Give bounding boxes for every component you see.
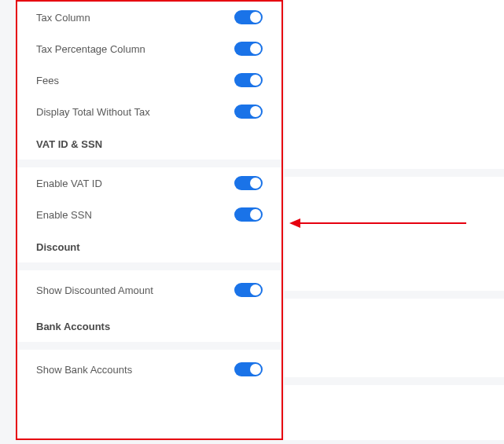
setting-row-display-total-without-tax: Display Total Without Tax	[17, 96, 281, 127]
label-tax-percentage-column: Tax Percentage Column	[36, 43, 145, 55]
setting-row-show-bank-accounts: Show Bank Accounts	[17, 350, 281, 389]
right-background-band	[285, 0, 504, 440]
setting-row-enable-vat-id: Enable VAT ID	[17, 167, 281, 199]
label-enable-ssn: Enable SSN	[36, 209, 92, 221]
label-enable-vat-id: Enable VAT ID	[36, 178, 102, 189]
setting-row-enable-ssn: Enable SSN	[17, 199, 281, 230]
section-header-discount: Discount	[17, 230, 281, 262]
section-break	[17, 160, 281, 167]
section-header-bank-accounts: Bank Accounts	[17, 310, 281, 342]
label-fees: Fees	[36, 75, 59, 86]
section-header-vat-id-ssn: VAT ID & SSN	[17, 127, 281, 160]
toggle-tax-percentage-column[interactable]	[234, 42, 263, 56]
label-tax-column: Tax Column	[36, 12, 90, 24]
label-show-bank-accounts: Show Bank Accounts	[36, 364, 132, 376]
band-gap	[285, 377, 504, 385]
setting-row-tax-percentage-column: Tax Percentage Column	[17, 33, 281, 64]
setting-row-tax-column: Tax Column	[17, 2, 281, 33]
setting-row-fees: Fees	[17, 64, 281, 96]
settings-panel: Tax Column Tax Percentage Column Fees Di…	[16, 0, 283, 440]
toggle-enable-ssn[interactable]	[234, 207, 263, 222]
toggle-show-bank-accounts[interactable]	[234, 362, 263, 376]
band-gap	[285, 169, 504, 177]
toggle-enable-vat-id[interactable]	[234, 176, 263, 190]
toggle-display-total-without-tax[interactable]	[234, 105, 263, 119]
section-break	[17, 342, 281, 350]
toggle-fees[interactable]	[234, 73, 263, 87]
setting-row-show-discounted-amount: Show Discounted Amount	[17, 270, 281, 310]
section-break	[17, 262, 281, 270]
label-display-total-without-tax: Display Total Without Tax	[36, 106, 150, 118]
band-gap	[285, 291, 504, 299]
toggle-tax-column[interactable]	[234, 10, 263, 24]
label-show-discounted-amount: Show Discounted Amount	[36, 284, 153, 296]
toggle-show-discounted-amount[interactable]	[234, 283, 263, 297]
